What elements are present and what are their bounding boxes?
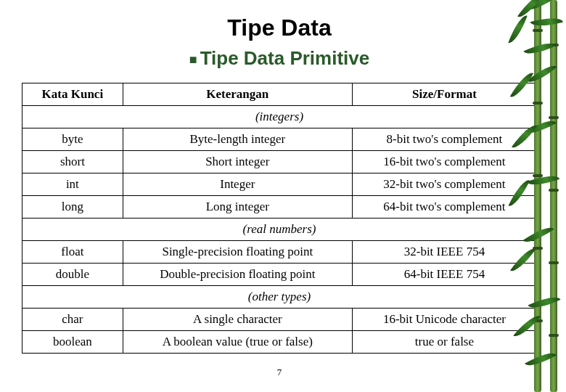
subtitle-text: Tipe Data Primitive (200, 47, 370, 69)
table-row: boolean A boolean value (true or false) … (22, 331, 537, 354)
cell-format: 64-bit IEEE 754 (352, 264, 536, 286)
cell-keyword: double (22, 264, 123, 286)
cell-desc: Double-precision floating point (123, 264, 352, 286)
cell-keyword: int (22, 173, 123, 196)
section-reals: (real numbers) (22, 219, 537, 241)
section-label: (real numbers) (22, 219, 537, 241)
table-row: double Double-precision floating point 6… (22, 264, 537, 286)
cell-format: 32-bit IEEE 754 (352, 241, 536, 264)
cell-keyword: float (22, 241, 123, 264)
table-row: int Integer 32-bit two's complement (22, 173, 537, 196)
cell-desc: Long integer (123, 196, 352, 219)
cell-keyword: byte (22, 128, 123, 151)
cell-format: 16-bit Unicode character (352, 309, 536, 331)
cell-desc: Short integer (123, 151, 352, 173)
bullet-icon: ■ (189, 52, 197, 67)
slide: Tipe Data ■Tipe Data Primitive Kata Kunc… (0, 0, 566, 392)
cell-desc: Single-precision floating point (123, 241, 352, 264)
header-size-format: Size/Format (352, 83, 536, 106)
section-integers: (integers) (22, 106, 537, 128)
section-label: (other types) (22, 286, 537, 309)
table-row: char A single character 16-bit Unicode c… (22, 309, 537, 331)
slide-title: Tipe Data (22, 15, 537, 41)
slide-subtitle: ■Tipe Data Primitive (22, 47, 537, 70)
header-kata-kunci: Kata Kunci (22, 83, 123, 106)
cell-keyword: char (22, 309, 123, 331)
cell-desc: Integer (123, 173, 352, 196)
cell-keyword: long (22, 196, 123, 219)
table-row: short Short integer 16-bit two's complem… (22, 151, 537, 173)
cell-keyword: short (22, 151, 123, 173)
cell-format: 32-bit two's complement (352, 173, 536, 196)
cell-format: 16-bit two's complement (352, 151, 536, 173)
table-row: long Long integer 64-bit two's complemen… (22, 196, 537, 219)
section-others: (other types) (22, 286, 537, 309)
cell-keyword: boolean (22, 331, 123, 354)
section-label: (integers) (22, 106, 537, 128)
cell-format: true or false (352, 331, 536, 354)
header-keterangan: Keterangan (123, 83, 352, 106)
cell-desc: Byte-length integer (123, 128, 352, 151)
cell-desc: A boolean value (true or false) (123, 331, 352, 354)
table-header-row: Kata Kunci Keterangan Size/Format (22, 83, 537, 106)
table-row: byte Byte-length integer 8-bit two's com… (22, 128, 537, 151)
page-number: 7 (22, 367, 537, 378)
cell-format: 64-bit two's complement (352, 196, 536, 219)
table-row: float Single-precision floating point 32… (22, 241, 537, 264)
primitive-types-table: Kata Kunci Keterangan Size/Format (integ… (22, 83, 537, 354)
cell-desc: A single character (123, 309, 352, 331)
cell-format: 8-bit two's complement (352, 128, 536, 151)
